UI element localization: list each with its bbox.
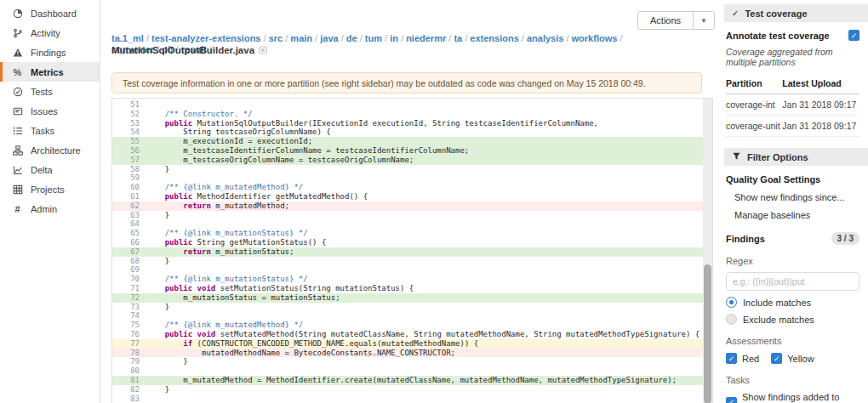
code-line-text: if (CONSTRUCTOR_ENCODED_METHOD_NAME.equa… [146, 339, 712, 349]
filter-options-section-header[interactable]: Filter Options [724, 148, 868, 166]
breadcrumb-link[interactable]: workflows [572, 33, 618, 43]
breadcrumb-link[interactable]: niedermr [406, 33, 446, 43]
code-line[interactable]: 75 /** {@link m_mutatedMethod} */ [112, 321, 712, 330]
code-line[interactable]: 59 [112, 173, 712, 183]
findings-heading: Findings [726, 234, 765, 244]
code-line[interactable]: 72 m_mutationStatus = mutationStatus; [112, 293, 712, 303]
include-matches-label: Include matches [743, 298, 811, 308]
code-line-text [146, 173, 712, 183]
sidebar-item-architecture[interactable]: Architecture [0, 140, 100, 160]
code-line[interactable]: 79 } [112, 357, 712, 366]
test-coverage-section-header[interactable]: ✓ Test coverage [724, 4, 868, 22]
sidebar-item-metrics[interactable]: %Metrics [0, 62, 100, 82]
code-line[interactable]: 73 } [112, 303, 712, 312]
regex-input[interactable] [726, 272, 859, 291]
dashboard-icon [12, 8, 23, 19]
code-line[interactable]: 51 [112, 100, 712, 110]
partition-column-header: Partition [726, 76, 782, 94]
assessment-yellow-checkbox[interactable] [771, 353, 782, 364]
breadcrumb-link[interactable]: main [290, 33, 312, 43]
exclude-matches-radio[interactable] [726, 314, 737, 325]
partition-table: Partition Latest Upload coverage-intJan … [726, 76, 859, 137]
code-line[interactable]: 68 } [112, 257, 712, 266]
code-scrollbar[interactable] [703, 99, 712, 403]
file-annotation-icon[interactable] [259, 46, 267, 54]
code-line[interactable]: 56 m_testcaseIdentifierColumnName = test… [112, 146, 712, 156]
manage-baselines-link[interactable]: Manage baselines [734, 210, 859, 220]
line-number: 83 [112, 394, 146, 403]
sidebar-item-projects[interactable]: Projects [0, 179, 100, 199]
activity-icon [12, 27, 23, 38]
code-line[interactable]: 58 } [112, 165, 712, 174]
sidebar-item-admin[interactable]: #Admin [0, 199, 100, 219]
sidebar-item-tasks[interactable]: Tasks [0, 121, 100, 140]
show-findings-tasks-option[interactable]: Show findings added to tasks [726, 392, 859, 403]
breadcrumb-link[interactable]: in [390, 33, 398, 43]
sidebar-item-issues[interactable]: Issues [0, 101, 100, 121]
sidebar-item-findings[interactable]: Findings [0, 43, 100, 62]
annotate-coverage-checkbox[interactable] [848, 30, 859, 41]
breadcrumb-link[interactable]: ta [454, 33, 462, 43]
actions-button[interactable]: Actions ▼ [637, 11, 715, 30]
code-line[interactable]: 55 m_executionId = executionId; [112, 137, 712, 146]
breadcrumb-link[interactable]: java [320, 33, 338, 43]
sidebar-item-activity[interactable]: Activity [0, 23, 100, 43]
code-line[interactable]: 63 } [112, 211, 712, 220]
code-line[interactable]: 64 [112, 219, 712, 229]
breadcrumb-link[interactable]: de [346, 33, 357, 43]
line-number: 61 [112, 192, 146, 202]
code-viewer: 5152 /** Constructor. */53 public Mutati… [111, 98, 713, 403]
assessment-red-checkbox[interactable] [726, 353, 737, 364]
breadcrumb-link[interactable]: src [269, 33, 283, 43]
show-new-findings-link[interactable]: Show new findings since... [734, 192, 859, 202]
code-line[interactable]: 67 return m_mutationStatus; [112, 247, 712, 257]
actions-button-label[interactable]: Actions [638, 12, 693, 29]
breadcrumb-link[interactable]: extensions [470, 33, 518, 43]
breadcrumb-link[interactable]: tum [365, 33, 382, 43]
code-line[interactable]: 71 public void setMutationStatus(String … [112, 284, 712, 293]
code-line[interactable]: 60 /** {@link m_mutatedMethod} */ [112, 183, 712, 192]
tasks-icon [12, 125, 23, 136]
code-line-text: mutatedMethodName = BytecodeConstants.NA… [146, 349, 712, 358]
breadcrumb-link[interactable]: test-analyzer-extensions [151, 33, 260, 43]
code-line[interactable]: 74 [112, 311, 712, 321]
breadcrumb-link[interactable]: analysis [527, 33, 563, 43]
breadcrumb-separator: / [398, 33, 406, 43]
code-line[interactable]: 54 String testcaseOrigColumnName) { [112, 128, 712, 137]
assessment-red-option[interactable]: Red [726, 353, 759, 364]
line-number: 54 [112, 128, 146, 137]
code-line[interactable]: 66 public String getMutationStatus() { [112, 238, 712, 247]
code-line-text: } [146, 385, 712, 394]
code-line[interactable]: 70 /** {@link m_mutationStatus} */ [112, 275, 712, 284]
code-line[interactable]: 77 if (CONSTRUCTOR_ENCODED_METHOD_NAME.e… [112, 339, 712, 349]
code-line-text: } [146, 211, 712, 220]
code-line[interactable]: 80 [112, 366, 712, 376]
line-number: 82 [112, 385, 146, 394]
chevron-down-icon[interactable]: ▼ [693, 12, 714, 29]
code-line[interactable]: 62 return m_mutatedMethod; [112, 202, 712, 211]
code-line[interactable]: 65 /** {@link m_mutationStatus} */ [112, 229, 712, 238]
sidebar-item-tests[interactable]: Tests [0, 82, 100, 101]
code-scrollbar-thumb[interactable] [704, 264, 711, 403]
code-line[interactable]: 53 public MutationSqlOutputBuilder(IExec… [112, 119, 712, 128]
code-line[interactable]: 61 public MethodIdentifier getMutatedMet… [112, 192, 712, 202]
sidebar-item-delta[interactable]: Delta [0, 160, 100, 179]
code-line[interactable]: 76 public void setMutatedMethod(String m… [112, 330, 712, 339]
code-line[interactable]: 52 /** Constructor. */ [112, 110, 712, 119]
code-line[interactable]: 82 } [112, 385, 712, 394]
line-number: 74 [112, 311, 146, 321]
include-matches-option[interactable]: Include matches [726, 297, 859, 308]
code-line[interactable]: 81 m_mutatedMethod = MethodIdentifier.cr… [112, 376, 712, 385]
show-findings-tasks-checkbox[interactable] [726, 397, 737, 403]
assessment-yellow-option[interactable]: Yellow [771, 353, 814, 364]
breadcrumb-link[interactable]: ta.1_ml [111, 33, 144, 43]
line-number: 73 [112, 303, 146, 312]
exclude-matches-option[interactable]: Exclude matches [726, 314, 859, 325]
code-line[interactable]: 69 [112, 265, 712, 275]
sidebar-item-dashboard[interactable]: Dashboard [0, 3, 100, 23]
code-line[interactable]: 83 [112, 394, 712, 403]
code-line-text: m_testcaseIdentifierColumnName = testcas… [146, 146, 712, 156]
include-matches-radio[interactable] [726, 297, 737, 308]
code-line[interactable]: 57 m_testcaseOrigColumnName = testcaseOr… [112, 156, 712, 165]
code-line[interactable]: 78 mutatedMethodName = BytecodeConstants… [112, 349, 712, 358]
